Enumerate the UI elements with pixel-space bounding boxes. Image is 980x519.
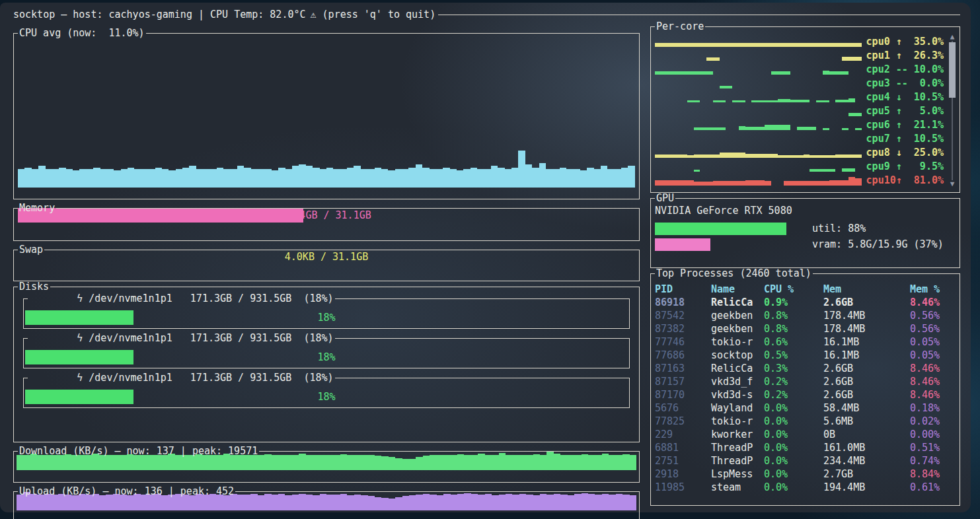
spark-bar — [121, 169, 128, 188]
spark-bar — [804, 181, 810, 186]
spark-bar — [402, 459, 409, 470]
spark-bar — [687, 155, 694, 158]
core-sparkline — [655, 105, 862, 116]
cell-name: vkd3d_f — [711, 375, 764, 388]
spark-bar — [552, 169, 559, 188]
spark-bar — [389, 499, 395, 510]
cpu-avg-panel: CPU avg (now: 11.0%) — [13, 33, 640, 199]
cell-mem-pct: 0.56% — [910, 309, 956, 322]
cell-pid: 87163 — [655, 362, 711, 375]
spark-bar — [720, 127, 726, 130]
spark-bar — [375, 168, 381, 188]
per-core-scrollbar[interactable]: ▲ ▼ — [948, 33, 957, 188]
scroll-up-icon[interactable]: ▲ — [950, 33, 955, 41]
spark-bar — [59, 168, 65, 188]
spark-bar — [450, 169, 457, 188]
spark-bar — [751, 43, 758, 47]
spark-bar — [416, 164, 422, 188]
spark-bar — [388, 170, 395, 188]
disk-subpanel: ϟ /dev/nvme1n1p1 171.3GB / 931.5GB (18%)… — [23, 378, 630, 408]
process-row: 2918 LspMess 0.0% 2.7GB 8.84% — [655, 467, 956, 481]
process-table-header: PID Name CPU % Mem Mem % — [655, 283, 956, 296]
spark-bar — [381, 169, 388, 188]
spark-bar — [457, 170, 463, 188]
spark-bar — [732, 100, 739, 102]
process-row: 2751 ThreadP 0.0% 234.4MB 0.74% — [655, 454, 956, 467]
spark-bar — [816, 181, 823, 186]
spark-bar — [203, 169, 209, 188]
right-column: Per-core cpu0 ↑ 35.0% cpu1 ↑ 26.3% cpu2 … — [650, 26, 960, 519]
upload-title: Upload (KB/s) — now: 136 | peak: 452 — [18, 485, 235, 497]
cell-mem: 234.4MB — [823, 454, 910, 467]
spark-bar — [835, 180, 842, 186]
download-title: Download (KB/s) — now: 137 | peak: 19571 — [18, 445, 259, 457]
spark-bar — [790, 181, 797, 186]
spark-bar — [73, 170, 79, 188]
spark-bar — [835, 43, 842, 47]
core-row: cpu3 -- 0.0% — [655, 76, 944, 90]
spark-bar — [758, 180, 765, 186]
spark-bar — [713, 127, 720, 130]
spark-bar — [835, 71, 842, 75]
cell-name: steam — [711, 481, 764, 494]
core-label: cpu10↑ 81.0% — [866, 174, 944, 186]
core-sparkline — [655, 147, 862, 158]
spark-bar — [842, 57, 848, 61]
spark-bar — [758, 127, 765, 130]
spark-bar — [148, 169, 155, 188]
cell-pid: 77825 — [655, 415, 711, 428]
spark-bar — [835, 100, 842, 102]
spark-bar — [816, 169, 823, 172]
spark-bar — [687, 180, 694, 186]
spark-bar — [674, 71, 681, 75]
core-row: cpu5 ↑ 5.0% — [655, 104, 944, 118]
process-row: 11985 steam 0.0% 194.4MB 0.61% — [655, 481, 956, 494]
spark-bar — [706, 182, 713, 186]
spark-bar — [745, 43, 752, 47]
spark-bar — [491, 166, 498, 188]
cell-pid: 86918 — [655, 296, 711, 309]
scroll-down-icon[interactable]: ▼ — [950, 180, 955, 188]
cell-mem-pct: 0.74% — [910, 454, 956, 467]
cell-cpu-pct: 0.5% — [764, 349, 823, 362]
process-row: 87157 vkd3d_f 0.2% 2.6GB 8.46% — [655, 375, 956, 388]
spark-bar — [134, 169, 141, 188]
spark-bar — [842, 128, 848, 130]
spark-bar — [706, 57, 713, 61]
spark-bar — [681, 43, 687, 47]
col-header-mem: Mem — [823, 283, 910, 296]
spark-bar — [87, 169, 93, 188]
cell-mem-pct: 8.46% — [910, 388, 956, 401]
cell-cpu-pct: 0.8% — [764, 322, 823, 335]
processes-panel: Top Processes (2460 total) PID Name CPU … — [650, 273, 960, 506]
scrollbar-thumb[interactable] — [949, 42, 956, 98]
spark-bar — [361, 169, 367, 188]
spark-bar — [292, 166, 299, 188]
spark-bar — [726, 181, 732, 186]
spark-bar — [797, 43, 804, 47]
spark-bar — [518, 151, 525, 188]
spark-bar — [804, 100, 810, 102]
disk-info: /dev/nvme1n1p1 171.3GB / 931.5GB (18%) — [89, 293, 333, 304]
spark-bar — [732, 43, 739, 47]
disk-bolt-icon: ϟ — [77, 332, 89, 344]
scrollbar-track[interactable] — [948, 41, 957, 180]
core-row: cpu1 ↑ 26.3% — [655, 48, 944, 62]
spark-bar — [498, 168, 504, 188]
spark-bar — [848, 113, 855, 116]
per-core-rows: cpu0 ↑ 35.0% cpu1 ↑ 26.3% cpu2 -- 10.0% … — [651, 26, 960, 190]
spark-bar — [706, 127, 713, 130]
spark-bar — [244, 168, 250, 188]
memory-panel: Memory 14.4GB / 31.1GB 14.4GB / 31.1GB — [13, 208, 640, 241]
spark-bar — [823, 71, 829, 75]
spark-bar — [751, 180, 758, 186]
spark-bar — [700, 182, 706, 186]
cell-name: vkd3d-s — [711, 388, 764, 401]
core-label: cpu5 ↑ 5.0% — [866, 105, 944, 117]
spark-bar — [347, 168, 354, 188]
cell-mem: 2.6GB — [823, 388, 910, 401]
spark-bar — [713, 155, 720, 158]
spark-bar — [855, 178, 862, 186]
process-row: 86918 RelicCa 0.9% 2.6GB 8.46% — [655, 296, 956, 309]
spark-bar — [655, 155, 661, 158]
